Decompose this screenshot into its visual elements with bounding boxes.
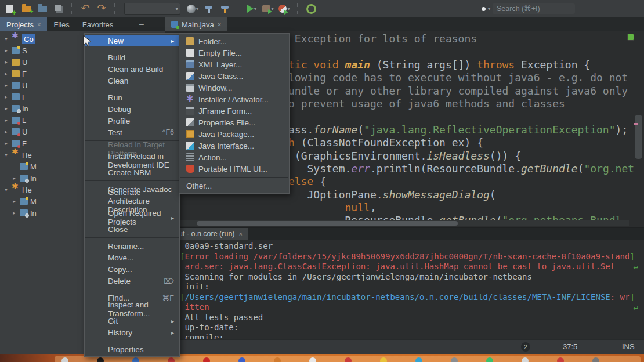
- new-project-button[interactable]: [19, 2, 34, 16]
- expand-arrow-icon[interactable]: ▸: [3, 140, 9, 146]
- expand-arrow-icon[interactable]: ▸: [3, 59, 9, 65]
- notification-badge[interactable]: 2: [521, 342, 530, 352]
- expand-arrow-icon[interactable]: ▸: [11, 198, 17, 204]
- submenu-item-xml-layer[interactable]: XML Layer...: [179, 59, 289, 70]
- menu-item-profile[interactable]: Profile: [85, 115, 179, 126]
- submenu-item-label: Installer / Activator...: [198, 95, 269, 104]
- submenu-item-properties-file[interactable]: Properties File...: [179, 117, 289, 128]
- expand-arrow-icon[interactable]: ▸: [3, 129, 9, 135]
- dock-app-icon[interactable]: [61, 357, 68, 362]
- dock-app-icon[interactable]: [486, 357, 493, 362]
- close-icon[interactable]: ×: [239, 230, 243, 237]
- menu-item-move[interactable]: Move...: [85, 252, 179, 263]
- stop-button[interactable]: [303, 2, 319, 16]
- undo-button[interactable]: [78, 2, 93, 16]
- expand-arrow-icon[interactable]: ▸: [3, 48, 9, 53]
- menu-item-history[interactable]: History▸: [85, 327, 179, 338]
- menu-item-copy[interactable]: Copy...: [85, 263, 179, 275]
- config-combobox[interactable]: ▾: [124, 3, 180, 15]
- submenu-item-java-package[interactable]: Java Package...: [179, 128, 289, 140]
- submenu-item-java-interface[interactable]: Java Interface...: [179, 140, 289, 151]
- menu-item-run[interactable]: Run: [85, 92, 179, 103]
- run-button[interactable]: ▾: [244, 2, 259, 16]
- menu-item-delete[interactable]: Delete⌦: [85, 275, 179, 287]
- dock-app-icon[interactable]: [451, 357, 458, 362]
- build-button[interactable]: [201, 2, 216, 16]
- menu-shortcut: ⌦: [164, 277, 174, 285]
- submenu-item-java-class[interactable]: Java Class...: [179, 70, 289, 82]
- horizontal-scrollbar-track[interactable]: [165, 220, 629, 226]
- submenu-item-action[interactable]: Action...: [179, 151, 289, 163]
- save-all-button[interactable]: [51, 2, 66, 16]
- dock-app-icon[interactable]: [203, 357, 210, 362]
- tab-main-java[interactable]: Main.java ×: [165, 17, 227, 31]
- submenu-item-jframe-form[interactable]: JFrame Form...: [179, 105, 289, 117]
- collapse-arrow-icon[interactable]: ▾: [3, 152, 9, 158]
- submenu-item-installer-activator[interactable]: Installer / Activator...: [179, 93, 289, 105]
- dock-app-icon[interactable]: [415, 357, 422, 362]
- dock-app-icon[interactable]: [238, 357, 245, 362]
- menu-item-open-required-projects[interactable]: Open Required Projects▸: [85, 212, 179, 223]
- dock-app-icon[interactable]: [132, 357, 139, 362]
- redo-button[interactable]: [94, 2, 109, 16]
- menu-item-new[interactable]: New▸: [85, 35, 179, 46]
- menu-item-generate-architecture-description[interactable]: Generate Architecture Description: [85, 195, 179, 207]
- close-icon[interactable]: ×: [37, 21, 41, 28]
- dock-app-icon[interactable]: [557, 357, 564, 362]
- expand-arrow-icon[interactable]: ▸: [11, 175, 17, 181]
- search-input[interactable]: [493, 3, 575, 14]
- module-purple-icon: [12, 35, 20, 42]
- menu-item-debug[interactable]: Debug: [85, 103, 179, 115]
- expand-arrow-icon[interactable]: ▸: [3, 94, 9, 100]
- menu-item-install-reload-in-development-ide[interactable]: Install/Reload in Development IDE: [85, 155, 179, 166]
- minimize-output-button[interactable]: –: [634, 228, 638, 237]
- submenu-item-other[interactable]: Other...: [179, 180, 289, 191]
- expand-arrow-icon[interactable]: ▸: [3, 106, 9, 111]
- submenu-item-empty-file[interactable]: Empty File...: [179, 47, 289, 59]
- expand-arrow-icon[interactable]: ▸: [11, 210, 17, 216]
- tab-files[interactable]: Files: [47, 17, 75, 31]
- dock-app-icon[interactable]: [274, 357, 281, 362]
- menu-item-properties[interactable]: Properties: [85, 343, 179, 355]
- close-icon[interactable]: ×: [218, 21, 221, 28]
- menu-item-test[interactable]: Test^F6: [85, 126, 179, 138]
- dock-app-icon[interactable]: [309, 357, 316, 362]
- expand-arrow-icon[interactable]: ▸: [3, 82, 9, 88]
- open-project-button[interactable]: [35, 2, 50, 16]
- vertical-scrollbar[interactable]: [635, 115, 642, 159]
- tab-projects[interactable]: Projects ×: [0, 17, 47, 31]
- minimize-panel-button[interactable]: –: [139, 19, 144, 28]
- clean-build-button[interactable]: [218, 2, 233, 16]
- dock-app-icon[interactable]: [345, 357, 352, 362]
- menu-item-clean-and-build[interactable]: Clean and Build: [85, 63, 179, 75]
- chevron-down-icon: ▾: [254, 6, 256, 12]
- dock-app-icon[interactable]: [168, 357, 175, 362]
- new-file-button[interactable]: [2, 2, 17, 16]
- collapse-arrow-icon[interactable]: ▾: [3, 187, 9, 193]
- output-link[interactable]: /Users/geertjanwielenga/main/incubator-n…: [184, 292, 610, 302]
- tree-item-label: F: [22, 70, 27, 78]
- collapse-arrow-icon[interactable]: ▾: [3, 36, 9, 42]
- dock-app-icon[interactable]: [380, 357, 387, 362]
- web-service-button[interactable]: ▾: [185, 2, 200, 16]
- menu-item-clean[interactable]: Clean: [85, 75, 179, 86]
- dock-app-icon[interactable]: [522, 357, 529, 362]
- output-tab[interactable]: put - o.n.core (run) ×: [169, 228, 248, 240]
- redo-icon: [97, 3, 106, 14]
- submenu-item-window[interactable]: Window...: [179, 82, 289, 93]
- expand-arrow-icon[interactable]: ▸: [3, 117, 9, 123]
- menu-item-rename[interactable]: Rename...: [85, 240, 179, 252]
- tab-favorites[interactable]: Favorites: [76, 17, 120, 31]
- expand-arrow-icon[interactable]: ▸: [3, 71, 9, 77]
- submenu-item-portable-html-ui[interactable]: Portable HTML UI...: [179, 163, 289, 175]
- tree-item-label: U: [22, 58, 27, 67]
- dock-app-icon[interactable]: [592, 357, 599, 362]
- submenu-item-folder[interactable]: Folder...: [179, 35, 289, 47]
- horizontal-scrollbar-thumb[interactable]: [197, 221, 458, 226]
- menu-item-inspect-and-transform[interactable]: Inspect and Transform...: [85, 303, 179, 315]
- dock-app-icon[interactable]: [97, 357, 104, 362]
- menu-item-build[interactable]: Build: [85, 52, 179, 63]
- folder-red-icon: [12, 128, 20, 135]
- debug-button[interactable]: ▾: [261, 2, 276, 16]
- profile-button[interactable]: ▾: [277, 2, 292, 16]
